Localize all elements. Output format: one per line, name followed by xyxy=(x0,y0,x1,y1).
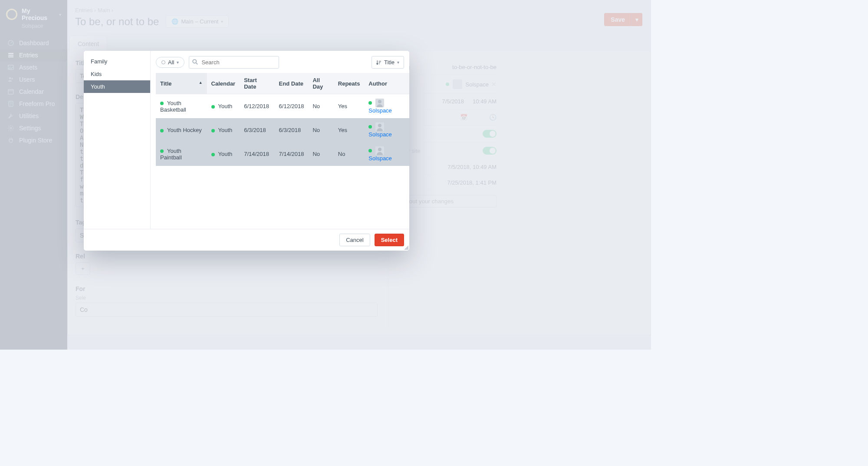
status-dot-icon xyxy=(160,149,164,153)
status-dot-icon xyxy=(211,153,215,156)
author-link[interactable]: Solspace xyxy=(368,155,391,162)
avatar-icon xyxy=(375,122,384,131)
status-dot-icon xyxy=(211,105,215,109)
col-calendar[interactable]: Calendar xyxy=(207,73,240,94)
col-repeats[interactable]: Repeats xyxy=(334,73,365,94)
status-dot-icon xyxy=(368,125,372,129)
author-link[interactable]: Solspace xyxy=(368,107,391,114)
source-youth[interactable]: Youth xyxy=(84,80,150,93)
search-icon xyxy=(192,59,198,65)
col-author[interactable]: Author xyxy=(364,73,409,94)
status-filter-label: All xyxy=(168,59,174,66)
sort-button[interactable]: Title ▾ xyxy=(372,56,404,69)
chevron-down-icon: ▾ xyxy=(397,60,399,65)
status-dot-icon xyxy=(160,129,164,132)
results-table: Title ▲CalendarStart DateEnd DateAll Day… xyxy=(156,73,409,166)
status-dot-icon xyxy=(211,129,215,132)
col-title[interactable]: Title ▲ xyxy=(156,73,207,94)
resize-handle[interactable] xyxy=(403,245,408,250)
avatar-icon xyxy=(375,99,384,107)
author-link[interactable]: Solspace xyxy=(368,131,391,138)
status-all-icon xyxy=(161,60,165,64)
col-end-date[interactable]: End Date xyxy=(275,73,309,94)
select-button[interactable]: Select xyxy=(375,234,404,246)
col-all-day[interactable]: All Day xyxy=(308,73,333,94)
sort-icon xyxy=(376,60,381,65)
element-selector-modal: FamilyKidsYouth All ▾ xyxy=(84,51,409,251)
status-dot-icon xyxy=(368,149,372,152)
status-filter[interactable]: All ▾ xyxy=(156,57,184,68)
table-row[interactable]: Youth PaintballYouth7/14/20187/14/2018No… xyxy=(156,142,409,166)
avatar-icon xyxy=(375,146,384,155)
col-start-date[interactable]: Start Date xyxy=(240,73,274,94)
search-input[interactable] xyxy=(189,56,279,69)
chevron-down-icon: ▾ xyxy=(177,60,179,65)
status-dot-icon xyxy=(160,102,164,105)
source-family[interactable]: Family xyxy=(84,55,150,68)
cancel-button[interactable]: Cancel xyxy=(339,234,370,246)
status-dot-icon xyxy=(368,101,372,105)
table-row[interactable]: Youth HockeyYouth6/3/20186/3/2018NoYesSo… xyxy=(156,118,409,142)
modal-source-list: FamilyKidsYouth xyxy=(84,51,151,229)
source-kids[interactable]: Kids xyxy=(84,68,150,80)
svg-point-11 xyxy=(193,59,197,63)
sort-label: Title xyxy=(384,59,395,66)
table-row[interactable]: Youth BasketballYouth6/12/20186/12/2018N… xyxy=(156,94,409,119)
svg-line-12 xyxy=(196,63,197,64)
